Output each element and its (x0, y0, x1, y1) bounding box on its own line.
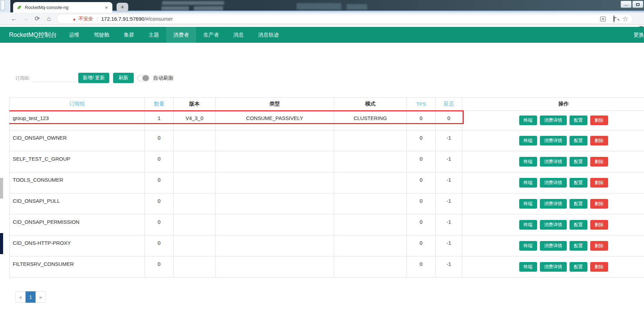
actions-cell: 终端消费详情配置删除 (462, 257, 644, 278)
url-path: /#/consumer (144, 16, 173, 22)
delete-button[interactable]: 删除 (590, 178, 608, 188)
type-cell (215, 214, 334, 235)
table-row: CID_ONSAPI_OWNER00-1终端消费详情配置删除 (10, 130, 644, 151)
consume-detail-button[interactable]: 消费详情 (540, 199, 567, 209)
config-button[interactable]: 配置 (570, 116, 587, 125)
version-cell: V4_3_0 (174, 111, 215, 130)
quantity-cell: 1 (145, 111, 174, 130)
nav-item-message[interactable]: 消息 (226, 27, 251, 43)
type-cell (215, 151, 334, 172)
home-icon[interactable]: ⌂ (44, 12, 54, 25)
column-header-quantity[interactable]: 数量 (145, 98, 174, 111)
consumer-filter-bar: 订阅组: 新增/ 更新 刷新 自动刷新 (0, 72, 644, 84)
pagination-prev-button[interactable]: « (16, 291, 26, 303)
delete-button[interactable]: 删除 (590, 262, 608, 272)
delete-button[interactable]: 删除 (590, 199, 608, 209)
type-cell (215, 172, 334, 193)
consume-detail-button[interactable]: 消费详情 (540, 116, 567, 125)
terminal-button[interactable]: 终端 (519, 241, 537, 251)
background-window-artifact (0, 0, 10, 12)
delay-cell: -1 (436, 172, 462, 193)
window-minimize-button[interactable]: — (621, 1, 632, 8)
tps-cell: 0 (407, 193, 436, 214)
consume-detail-button[interactable]: 消费详情 (540, 262, 567, 272)
terminal-button[interactable]: 终端 (519, 199, 537, 209)
config-button[interactable]: 配置 (570, 136, 587, 146)
zoom-out-icon[interactable] (613, 15, 615, 22)
brand-title[interactable]: RocketMQ控制台 (0, 27, 62, 43)
nav-item-cluster[interactable]: 集群 (117, 27, 141, 43)
config-button[interactable]: 配置 (570, 220, 587, 230)
version-cell (174, 214, 215, 235)
table-row: group_test_1231V4_3_0CONSUME_PASSIVELYCL… (10, 111, 644, 130)
browser-tab[interactable]: RocketMq-console-ng × (13, 2, 112, 12)
consume-detail-button[interactable]: 消费详情 (540, 178, 567, 188)
background-window-artifact (0, 233, 3, 254)
type-cell (215, 257, 334, 278)
tab-close-icon[interactable]: × (104, 4, 109, 10)
nav-item-producer[interactable]: 生产者 (196, 27, 226, 43)
terminal-button[interactable]: 终端 (519, 178, 537, 188)
bookmark-star-icon[interactable]: ☆ (622, 15, 628, 23)
forward-icon[interactable]: → (21, 12, 30, 25)
subscription-group-cell: CID_ONS-HTTP-PROXY (10, 235, 145, 257)
config-button[interactable]: 配置 (570, 262, 587, 272)
nav-item-dashboard[interactable]: 驾驶舱 (87, 27, 117, 43)
table-row: CID_ONSAPI_PULL00-1终端消费详情配置删除 (10, 193, 644, 214)
terminal-button[interactable]: 终端 (519, 116, 537, 125)
nav-item-topic[interactable]: 主题 (141, 27, 166, 43)
pagination-next-button[interactable]: » (36, 291, 46, 303)
delete-button[interactable]: 删除 (590, 157, 608, 167)
window-maximize-button[interactable] (632, 1, 643, 8)
refresh-button[interactable]: 刷新 (113, 73, 134, 83)
type-cell: CONSUME_PASSIVELY (215, 111, 334, 130)
auto-refresh-toggle[interactable] (137, 74, 150, 82)
reload-icon[interactable]: ⟳ (32, 12, 42, 25)
terminal-button[interactable]: 终端 (519, 220, 537, 230)
delete-button[interactable]: 删除 (590, 220, 608, 230)
table-header-row: 订阅组数量版本类型模式TPS延迟操作 (10, 98, 644, 111)
actions-cell: 终端消费详情配置删除 (462, 172, 644, 193)
column-header-tps[interactable]: TPS (407, 98, 436, 111)
consume-detail-button[interactable]: 消费详情 (540, 136, 567, 146)
config-button[interactable]: 配置 (570, 241, 587, 251)
quantity-cell: 0 (145, 235, 174, 257)
new-tab-button[interactable]: + (117, 3, 128, 12)
quantity-cell: 0 (145, 172, 174, 193)
app-navbar: RocketMQ控制台 运维驾驶舱集群主题消费者生产者消息消息轨迹 更换语言 (0, 27, 644, 43)
delete-button[interactable]: 删除 (590, 116, 608, 125)
tps-cell: 0 (407, 257, 436, 278)
delete-button[interactable]: 删除 (590, 241, 608, 251)
actions-cell: 终端消费详情配置删除 (462, 111, 644, 130)
back-icon[interactable]: ← (9, 12, 19, 25)
terminal-button[interactable]: 终端 (519, 262, 537, 272)
nav-item-consumer[interactable]: 消费者 (166, 27, 196, 43)
security-warning-label[interactable]: 不安全 (79, 16, 93, 22)
nav-item-message-trace[interactable]: 消息轨迹 (251, 27, 286, 43)
consume-detail-button[interactable]: 消费详情 (540, 220, 567, 230)
add-update-button[interactable]: 新增/ 更新 (78, 73, 109, 83)
toggle-track-off (142, 75, 149, 81)
terminal-button[interactable]: 终端 (519, 136, 537, 146)
column-header-delay[interactable]: 延迟 (436, 98, 462, 111)
change-language-link[interactable]: 更换语言 (634, 27, 644, 43)
delay-cell: 0 (436, 111, 462, 130)
column-header-subscription-group[interactable]: 订阅组 (10, 98, 145, 111)
config-button[interactable]: 配置 (570, 178, 587, 188)
delay-cell: -1 (436, 257, 462, 278)
consume-detail-button[interactable]: 消费详情 (540, 241, 567, 251)
address-bar[interactable]: ▲ 不安全 | 172.16.7.91:57690 /#/consumer G … (57, 14, 633, 24)
terminal-button[interactable]: 终端 (519, 157, 537, 167)
delay-cell: -1 (436, 193, 462, 214)
config-button[interactable]: 配置 (570, 199, 587, 209)
type-cell (215, 130, 334, 151)
nav-item-ops[interactable]: 运维 (62, 27, 87, 43)
delete-button[interactable]: 删除 (590, 136, 608, 146)
version-cell (174, 257, 215, 278)
pagination-page-1[interactable]: 1 (26, 291, 36, 303)
mode-cell: CLUSTERING (334, 111, 407, 130)
config-button[interactable]: 配置 (570, 157, 587, 167)
translate-icon[interactable]: G (600, 17, 606, 21)
consume-detail-button[interactable]: 消费详情 (540, 157, 567, 167)
subscription-group-input[interactable] (32, 73, 76, 82)
